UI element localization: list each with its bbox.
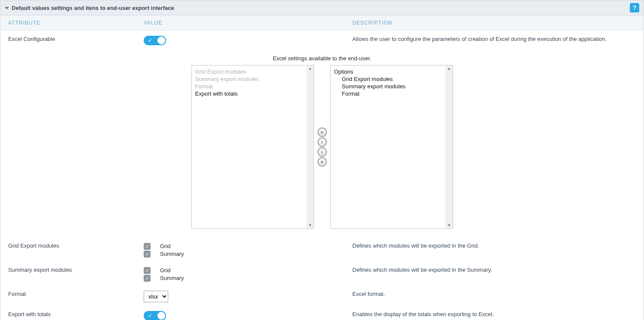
value-format: xlsx — [144, 291, 352, 302]
checkbox-grid-modules-summary[interactable]: ✓ — [144, 251, 151, 258]
summary-modules-option-grid: ✓ Grid — [144, 267, 352, 274]
checkbox-label: Grid — [160, 242, 171, 250]
selected-list-content: Options Grid Export modules Summary expo… — [331, 65, 446, 228]
row-export-totals: Export with totals ✓ Enables the display… — [0, 306, 644, 320]
available-item: Summary export modules — [195, 75, 303, 83]
desc-summary-modules: Defines which modules will be exported i… — [352, 267, 636, 273]
desc-export-totals: Enables the display of the totals when e… — [352, 311, 636, 317]
available-listbox[interactable]: Grid Export modules Summary export modul… — [191, 65, 314, 229]
move-all-right-button[interactable]: » — [317, 127, 327, 137]
row-summary-modules: Summary export modules ✓ Grid ✓ Summary … — [0, 261, 644, 286]
format-select[interactable]: xlsx — [144, 291, 168, 302]
toggle-excel-configurable[interactable]: ✓ — [144, 36, 166, 45]
header-attribute: ATTRIBUTE — [8, 20, 144, 26]
panel-header: Default values settings and itens to end… — [0, 0, 644, 16]
selected-scrollbar[interactable]: ▲ ▼ — [446, 65, 453, 228]
scroll-up-icon[interactable]: ▲ — [308, 65, 313, 71]
checkbox-summary-modules-summary[interactable]: ✓ — [144, 275, 151, 282]
attr-export-totals: Export with totals — [8, 311, 144, 317]
value-export-totals: ✓ — [144, 311, 352, 320]
row-grid-modules: Grid Export modules ✓ Grid ✓ Summary Def… — [0, 237, 644, 261]
move-all-left-button[interactable]: « — [317, 157, 327, 167]
available-item[interactable]: Export with totals — [195, 90, 303, 97]
scroll-up-icon[interactable]: ▲ — [447, 65, 452, 71]
grid-modules-option-summary: ✓ Summary — [144, 250, 352, 258]
checkbox-label: Summary — [160, 274, 184, 282]
selected-group-header[interactable]: Options — [334, 68, 442, 75]
available-list-content: Grid Export modules Summary export modul… — [192, 65, 307, 228]
available-item: Grid Export modules — [195, 68, 303, 75]
selected-item[interactable]: Format — [334, 90, 442, 97]
selected-item[interactable]: Grid Export modules — [334, 75, 442, 83]
checkbox-label: Grid — [160, 267, 171, 274]
desc-format: Excel format. — [352, 291, 636, 297]
available-item: Format — [195, 83, 303, 90]
checkbox-grid-modules-grid[interactable]: ✓ — [144, 243, 151, 250]
collapse-icon[interactable] — [5, 7, 9, 9]
attr-excel-configurable: Excel Configurable — [8, 36, 144, 42]
desc-excel-configurable: Allows the user to configure the paramet… — [352, 36, 636, 42]
panel-title-wrap: Default values settings and itens to end… — [5, 5, 174, 11]
toggle-knob — [157, 37, 165, 44]
header-value: VALUE — [144, 20, 352, 26]
attr-format: Format — [8, 291, 144, 297]
scroll-down-icon[interactable]: ▼ — [308, 222, 313, 228]
help-icon: ? — [633, 4, 637, 11]
desc-grid-modules: Defines which modules will be exported i… — [352, 242, 636, 249]
check-icon: ✓ — [148, 313, 152, 319]
attr-summary-modules: Summary export modules — [8, 267, 144, 273]
row-format: Format xlsx Excel format. — [0, 286, 644, 306]
move-right-button[interactable]: › — [317, 137, 327, 147]
settings-panel: Default values settings and itens to end… — [0, 0, 644, 320]
value-summary-modules: ✓ Grid ✓ Summary — [144, 267, 352, 282]
attr-grid-modules: Grid Export modules — [8, 242, 144, 249]
picklist-caption: Excel settings available to the end-user… — [0, 55, 644, 62]
panel-title: Default values settings and itens to end… — [12, 5, 174, 11]
move-left-button[interactable]: ‹ — [317, 147, 327, 157]
available-scrollbar[interactable]: ▲ ▼ — [307, 65, 314, 228]
checkbox-label: Summary — [160, 250, 184, 258]
check-icon: ✓ — [148, 37, 152, 43]
transfer-buttons: » › ‹ « — [317, 127, 327, 167]
value-grid-modules: ✓ Grid ✓ Summary — [144, 242, 352, 258]
selected-listbox[interactable]: Options Grid Export modules Summary expo… — [330, 65, 453, 229]
picklist-wrap: Grid Export modules Summary export modul… — [0, 65, 644, 229]
header-description: DESCRIPTION — [352, 20, 636, 26]
value-excel-configurable: ✓ — [144, 36, 352, 47]
toggle-knob — [157, 312, 165, 320]
toggle-export-totals[interactable]: ✓ — [144, 311, 166, 320]
row-excel-configurable: Excel Configurable ✓ Allows the user to … — [0, 31, 644, 50]
grid-modules-option-grid: ✓ Grid — [144, 242, 352, 250]
scroll-down-icon[interactable]: ▼ — [447, 222, 452, 228]
summary-modules-option-summary: ✓ Summary — [144, 274, 352, 282]
help-button[interactable]: ? — [630, 3, 639, 12]
column-headers: ATTRIBUTE VALUE DESCRIPTION — [0, 16, 644, 31]
checkbox-summary-modules-grid[interactable]: ✓ — [144, 267, 151, 274]
selected-item[interactable]: Summary export modules — [334, 83, 442, 90]
picklist-section: Excel settings available to the end-user… — [0, 50, 644, 237]
